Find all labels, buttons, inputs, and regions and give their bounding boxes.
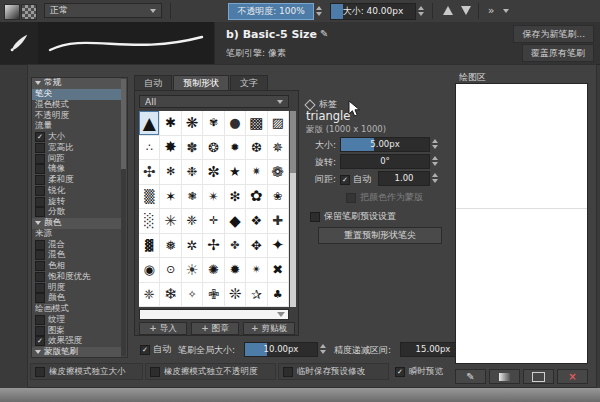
eraser-opacity-checkbox[interactable]: 橡皮擦模式独立不透明度 <box>145 363 276 380</box>
settings-item[interactable]: 锐化 <box>32 186 121 197</box>
brush-tip-cell[interactable]: ✲ <box>182 234 203 259</box>
clipboard-button[interactable]: +剪贴板 <box>243 322 295 335</box>
brush-tip-cell[interactable]: ✳ <box>160 209 181 234</box>
brush-tip-cell[interactable]: ❉ <box>182 160 203 185</box>
opacity-spin-buttons[interactable] <box>314 3 323 18</box>
brush-tip-cell[interactable]: ❈ <box>182 209 203 234</box>
brush-tip-cell[interactable]: ◉ <box>139 258 160 283</box>
brush-tip-cell[interactable]: ✽ <box>182 136 203 161</box>
overall-size-spin-buttons[interactable] <box>318 342 327 355</box>
more-options-icon[interactable]: » <box>484 3 498 18</box>
precision-auto-checkbox[interactable]: 自动 <box>140 343 171 356</box>
checkbox-icon[interactable] <box>35 175 45 185</box>
brush-tip-cell[interactable]: ✺ <box>203 258 224 283</box>
size-spin-buttons[interactable] <box>416 3 425 18</box>
overwrite-brush-button[interactable]: 覆盖原有笔刷 <box>522 44 594 62</box>
settings-item[interactable]: 混色模式 <box>32 100 121 111</box>
brush-tip-cell[interactable]: ✴ <box>246 258 267 283</box>
brush-tip-cell[interactable]: ❂ <box>203 136 224 161</box>
blending-mode-select[interactable]: 正常 <box>44 3 162 18</box>
tip-spacing-spin-buttons[interactable] <box>430 171 439 184</box>
checkbox-icon[interactable] <box>35 143 45 153</box>
settings-item[interactable]: 来源 <box>32 229 121 240</box>
tip-spacing-spinbox[interactable]: 1.00 <box>378 171 430 186</box>
settings-item[interactable]: 图案 <box>32 325 121 336</box>
tab-text[interactable]: 文字 <box>230 75 268 90</box>
clear-scratchpad-button[interactable]: × <box>557 369 588 384</box>
brush-tip-cell[interactable]: ✴ <box>203 185 224 210</box>
settings-item[interactable]: 纹理 <box>32 315 121 326</box>
checkbox-icon[interactable] <box>35 283 45 293</box>
brush-tip-cell[interactable]: ☀ <box>182 258 203 283</box>
checkbox-icon[interactable] <box>35 240 45 250</box>
brush-tip-cell[interactable]: ❅ <box>160 234 181 259</box>
settings-item[interactable]: 镜像 <box>32 164 121 175</box>
brush-name-filter-input[interactable] <box>139 309 289 320</box>
scratchpad-canvas[interactable] <box>455 83 588 364</box>
brush-tip-cell[interactable]: ✾ <box>203 111 224 136</box>
brush-tip-cell[interactable]: ✚ <box>268 209 289 234</box>
scrollbar-thumb[interactable] <box>121 79 126 169</box>
save-new-brush-button[interactable]: 保存为新笔刷... <box>513 25 594 43</box>
brush-tip-cell[interactable]: ● <box>225 111 246 136</box>
tip-rotation-spin-buttons[interactable] <box>430 154 439 167</box>
brush-tip-cell[interactable]: ✰ <box>246 283 267 308</box>
settings-item[interactable]: 效果强度 <box>32 336 121 347</box>
settings-item[interactable]: 分散 <box>32 207 121 218</box>
settings-item[interactable]: 混合 <box>32 239 121 250</box>
mirror-horizontal-icon[interactable] <box>440 3 456 18</box>
brush-tip-cell[interactable]: ▲ <box>139 111 160 136</box>
brush-tip-cell[interactable]: ∴ <box>139 136 160 161</box>
stamp-button[interactable]: +图章 <box>191 322 239 335</box>
brush-tip-cell[interactable]: ◆ <box>225 209 246 234</box>
checkbox-icon[interactable] <box>35 197 45 207</box>
settings-item[interactable]: 宽高比 <box>32 143 121 154</box>
brush-tip-cell[interactable]: ❄ <box>160 283 181 308</box>
dropdown-arrow-icon[interactable] <box>500 3 512 18</box>
settings-item[interactable]: 柔和度 <box>32 175 121 186</box>
spacing-auto-checkbox[interactable]: 自动 <box>340 173 371 186</box>
brush-tip-cell[interactable]: ✖ <box>268 258 289 283</box>
brush-tip-cell[interactable]: ❃ <box>182 185 203 210</box>
brush-tip-cell[interactable]: ✹ <box>225 136 246 161</box>
scrollbar-thumb[interactable] <box>290 111 296 173</box>
settings-section-header[interactable]: 颜色 <box>32 218 121 229</box>
checkbox-icon[interactable] <box>35 272 45 282</box>
reset-predefined-tip-button[interactable]: 重置预制形状笔尖 <box>318 227 442 244</box>
opacity-slider[interactable]: 不透明度: 100% <box>228 3 314 20</box>
brush-tip-cell[interactable]: ✥ <box>246 234 267 259</box>
brush-tip-cell[interactable]: ❆ <box>246 136 267 161</box>
settings-item[interactable]: 大小 <box>32 132 121 143</box>
settings-scrollbar[interactable] <box>121 79 126 356</box>
fill-brush-preview-button[interactable]: ✎ <box>455 369 486 384</box>
tab-predefined[interactable]: 预制形状 <box>173 75 229 90</box>
tip-size-slider[interactable]: 5.00px <box>340 137 430 152</box>
brush-tip-cell[interactable]: ★ <box>225 160 246 185</box>
settings-item[interactable]: 笔尖 <box>32 89 121 100</box>
checkbox-icon[interactable] <box>35 326 45 336</box>
temp-save-checkbox[interactable]: 临时保存预设修改 <box>278 363 389 380</box>
brush-editor-toggle-button[interactable] <box>0 22 39 64</box>
brush-tip-cell[interactable]: ✤ <box>225 234 246 259</box>
brush-tip-cell[interactable]: ✹ <box>225 258 246 283</box>
checkbox-icon[interactable] <box>35 336 45 346</box>
pattern-chooser-icon[interactable] <box>21 4 37 20</box>
brush-tip-cell[interactable]: ✶ <box>160 185 181 210</box>
fill-background-button[interactable] <box>523 369 554 384</box>
brush-tip-cell[interactable]: ▩ <box>246 111 267 136</box>
brush-tip-cell[interactable]: ❊ <box>225 283 246 308</box>
settings-item[interactable]: 色相 <box>32 261 121 272</box>
brush-tip-cell[interactable]: ✵ <box>268 136 289 161</box>
brush-tip-cell[interactable]: ❇ <box>225 185 246 210</box>
edit-preset-name-icon[interactable]: ✎ <box>320 28 328 39</box>
brush-size-slider[interactable]: 大小: 40.00px <box>330 3 416 20</box>
overall-size-slider[interactable]: 10.00px <box>244 342 318 357</box>
brush-tip-cell[interactable]: ✼ <box>203 160 224 185</box>
checkbox-icon[interactable] <box>35 164 45 174</box>
brush-tip-cell[interactable]: ✙ <box>203 283 224 308</box>
preserve-settings-checkbox[interactable]: 保留笔刷预设设置 <box>310 210 396 223</box>
brush-tip-cell[interactable]: ❋ <box>182 111 203 136</box>
settings-item[interactable]: 明度 <box>32 282 121 293</box>
brush-tip-cell[interactable]: ✱ <box>160 111 181 136</box>
brush-tip-cell[interactable]: ❖ <box>246 209 267 234</box>
